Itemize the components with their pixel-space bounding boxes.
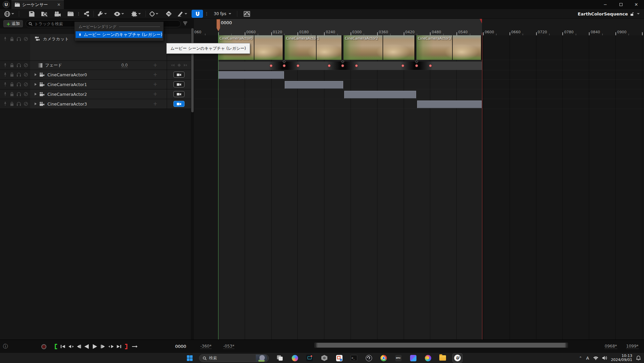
camera-lock-button-active[interactable] <box>173 101 185 107</box>
mute-ban-icon[interactable] <box>24 73 28 77</box>
camera-lock-button[interactable] <box>173 81 185 87</box>
wifi-icon[interactable] <box>593 356 598 360</box>
curve-tools-button[interactable] <box>176 9 190 18</box>
add-section-plus[interactable]: + <box>153 91 157 97</box>
view-range-start-field[interactable]: 0968* <box>605 344 617 349</box>
snap-toggle-button[interactable] <box>192 10 203 18</box>
prev-key-icon[interactable] <box>171 64 175 67</box>
window-close-button[interactable]: ✕ <box>629 0 644 9</box>
keyframe-dot[interactable] <box>355 64 358 67</box>
playback-options-button[interactable] <box>130 9 143 18</box>
taskbar-search-box[interactable]: 検索 <box>199 354 269 362</box>
tab-sequencer[interactable]: シーケンサー ✕ <box>11 0 64 9</box>
terminal-button[interactable]: >_ <box>350 354 358 362</box>
ime-indicator[interactable]: A <box>586 356 589 361</box>
keyframe-dot[interactable] <box>283 64 286 67</box>
range-value-b[interactable]: -053* <box>223 344 234 349</box>
obs-button[interactable] <box>364 354 373 362</box>
pin-icon[interactable] <box>3 102 7 106</box>
timeline-area[interactable]: 0600060012001800240030003600420048005400… <box>194 19 644 339</box>
window-minimize-button[interactable]: − <box>598 0 613 9</box>
taskbar-clock[interactable]: 10:13 2024/09/01 <box>611 354 632 362</box>
browser-button[interactable] <box>424 354 432 362</box>
mute-ban-icon[interactable] <box>24 82 28 86</box>
auto-key-button[interactable] <box>165 9 173 18</box>
pin-icon[interactable] <box>3 92 7 96</box>
jump-to-front-button[interactable] <box>60 344 66 350</box>
snap-options-ellipsis[interactable]: ⋮ <box>203 12 210 15</box>
lock-icon[interactable] <box>10 73 14 77</box>
jump-to-end-button[interactable] <box>116 344 122 350</box>
current-frame-field[interactable]: 0000 <box>175 344 186 349</box>
horizontal-scrollbar-thumb[interactable] <box>316 343 566 348</box>
track-row-cinecameraactor3[interactable]: CineCameraActor3 + <box>0 99 191 109</box>
task-view-button[interactable] <box>276 354 284 362</box>
camera-section-bar[interactable] <box>417 100 482 108</box>
expander-icon[interactable] <box>35 103 37 105</box>
step-forward-button[interactable] <box>100 344 106 350</box>
camera-cut-section[interactable]: CineCameraActor1 <box>285 35 343 60</box>
pin-icon[interactable] <box>3 82 7 86</box>
lock-icon[interactable] <box>10 63 14 67</box>
unreal-editor-button-active[interactable]: U <box>452 353 462 363</box>
camera-cut-section[interactable]: CineCameraActor2 <box>344 35 415 60</box>
headphones-icon[interactable] <box>17 82 21 86</box>
range-value-a[interactable]: -360* <box>200 344 211 349</box>
lock-icon[interactable] <box>10 37 14 41</box>
next-key-icon[interactable] <box>183 64 187 67</box>
headphones-icon[interactable] <box>17 92 21 96</box>
file-explorer-button[interactable] <box>438 354 447 362</box>
vertical-scrollbar[interactable] <box>191 19 194 339</box>
add-key-icon[interactable] <box>177 64 181 67</box>
dev-box-button[interactable] <box>320 354 329 362</box>
camera-cut-section[interactable]: CineCameraActor3 <box>416 35 482 60</box>
notification-bell-icon[interactable] <box>636 356 641 360</box>
settings-wrench-button[interactable] <box>96 9 109 18</box>
track-row-cinecameraactor2[interactable]: CineCameraActor2 + <box>0 89 191 99</box>
epic-games-button[interactable]: EPIC <box>394 354 403 362</box>
app-window-button[interactable] <box>409 354 417 362</box>
loop-mode-button[interactable] <box>132 344 138 350</box>
headphones-icon[interactable] <box>17 102 21 106</box>
keyframe-options-button[interactable] <box>148 9 161 18</box>
set-playback-end-button[interactable] <box>125 344 127 349</box>
keyframe-dot[interactable] <box>328 64 331 67</box>
play-reverse-button[interactable] <box>84 344 90 350</box>
media-app-button[interactable] <box>305 354 314 362</box>
expander-icon[interactable] <box>35 93 37 95</box>
add-section-plus[interactable]: + <box>153 101 157 107</box>
filter-button[interactable] <box>183 21 188 27</box>
add-section-plus[interactable]: + <box>153 72 157 78</box>
track-row-cinecameraactor0[interactable]: CineCameraActor0 + <box>0 70 191 80</box>
vertical-scrollbar-thumb[interactable] <box>191 28 194 112</box>
menu-item-movie-scene-capture[interactable]: ムービー シーンのキャプチャ (レガシー) <box>76 31 162 38</box>
camera-section-bar[interactable] <box>218 71 284 79</box>
camera-lock-button[interactable] <box>173 72 185 78</box>
fps-dropdown[interactable]: 30 fps <box>210 11 228 16</box>
camera-section-bar[interactable] <box>344 91 416 98</box>
mute-ban-icon[interactable] <box>24 37 28 41</box>
unlocked-icon[interactable] <box>630 12 634 16</box>
add-section-plus[interactable]: + <box>153 62 157 68</box>
window-maximize-button[interactable] <box>613 0 629 9</box>
time-ruler[interactable]: 0600060012001800240030003600420048005400… <box>194 19 644 35</box>
keyframe-dot[interactable] <box>341 64 344 67</box>
info-icon[interactable]: ⓘ <box>3 344 8 350</box>
view-range-end-field[interactable]: 1099* <box>626 344 639 349</box>
keyframe-dot[interactable] <box>270 64 273 67</box>
keyframe-dot[interactable] <box>401 64 404 67</box>
track-row-cinecameraactor1[interactable]: CineCameraActor1 + <box>0 80 191 89</box>
record-button[interactable] <box>41 344 46 349</box>
step-backward-button[interactable] <box>76 344 82 350</box>
keyframe-dot[interactable] <box>429 64 432 67</box>
render-movie-button[interactable] <box>66 9 75 18</box>
set-playback-start-button[interactable] <box>55 344 57 349</box>
curve-editor-button[interactable] <box>242 9 251 18</box>
render-options-ellipsis[interactable]: ⋮ <box>75 12 82 15</box>
search-highlight-image[interactable] <box>256 355 267 362</box>
expander-icon[interactable] <box>35 73 37 76</box>
track-row-fade[interactable]: フェード 0.0 + <box>0 61 191 70</box>
camera-lock-button[interactable] <box>173 91 185 97</box>
next-keyframe-button[interactable] <box>108 344 114 350</box>
previous-keyframe-button[interactable] <box>68 344 74 350</box>
